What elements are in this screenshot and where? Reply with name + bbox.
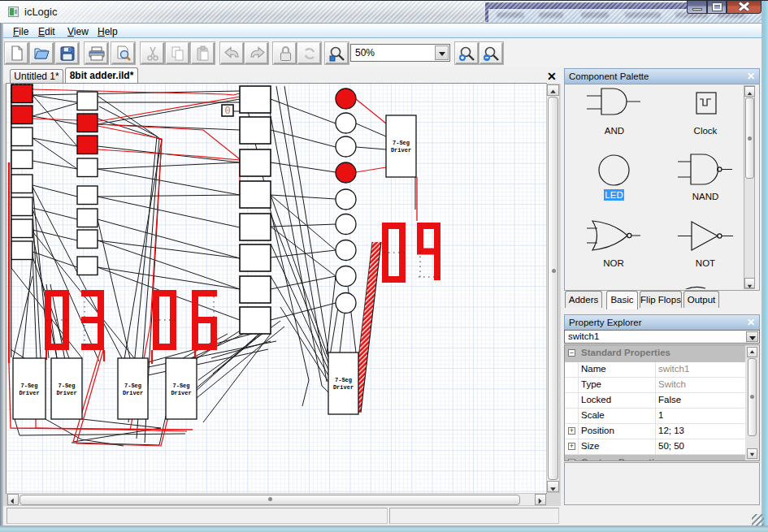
svg-text:NOT: NOT <box>696 258 715 268</box>
svg-text:Driver: Driver <box>19 390 39 396</box>
svg-text:NAND: NAND <box>692 192 719 201</box>
svg-text:Clock: Clock <box>694 126 718 136</box>
svg-text:0: 0 <box>224 106 230 117</box>
svg-text:Driver: Driver <box>56 390 76 396</box>
svg-text:Driver: Driver <box>391 147 411 154</box>
svg-text:7-Seg: 7-Seg <box>172 383 189 389</box>
svg-text:NOR: NOR <box>603 258 624 268</box>
svg-text:Driver: Driver <box>123 390 143 396</box>
svg-text:7-Seg: 7-Seg <box>393 140 410 146</box>
svg-text:7-Seg: 7-Seg <box>124 383 141 389</box>
svg-text:7-Seg: 7-Seg <box>58 383 75 389</box>
svg-text:Driver: Driver <box>333 384 354 391</box>
svg-text:7-Seg: 7-Seg <box>335 377 352 383</box>
svg-text:7-Seg: 7-Seg <box>20 383 37 389</box>
svg-text:LED: LED <box>605 190 623 200</box>
svg-text:AND: AND <box>605 126 624 136</box>
svg-text:Driver: Driver <box>171 390 191 396</box>
